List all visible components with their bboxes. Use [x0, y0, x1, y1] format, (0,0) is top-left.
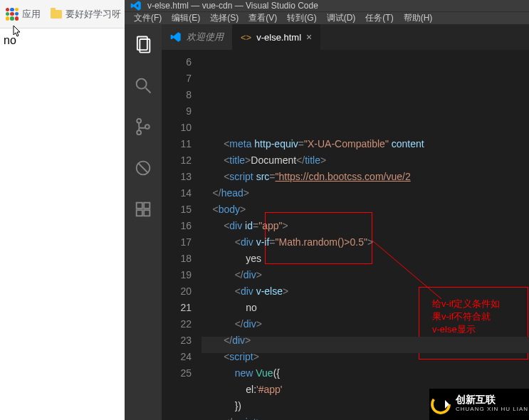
code-pane[interactable]: 678910111213141516171819202122232425 <me…	[162, 50, 529, 420]
svg-rect-10	[144, 203, 150, 209]
activity-bar	[125, 24, 162, 420]
menu-help[interactable]: 帮助(H)	[399, 12, 438, 24]
editor-area: 欢迎使用 <> v-else.html × 678910111213141516…	[162, 24, 529, 420]
search-icon[interactable]	[133, 75, 153, 98]
apps-grid-icon	[6, 8, 19, 21]
svg-line-8	[138, 163, 148, 173]
tab-active[interactable]: <> v-else.html ×	[232, 24, 320, 50]
source-control-icon[interactable]	[133, 117, 153, 140]
code-text[interactable]: <meta http-equiv="X-UA-Compatible" conte…	[201, 50, 529, 420]
output-text: no	[4, 34, 16, 46]
menu-tasks[interactable]: 任务(T)	[360, 12, 398, 24]
svg-line-3	[146, 88, 151, 93]
tab-welcome[interactable]: 欢迎使用	[162, 24, 232, 50]
vscode-body: 欢迎使用 <> v-else.html × 678910111213141516…	[125, 24, 529, 420]
bookmark-label: 要好好学习呀	[66, 8, 121, 21]
chrome-apps-button[interactable]: 应用	[6, 8, 41, 21]
line-gutter: 678910111213141516171819202122232425	[162, 50, 201, 420]
tab-welcome-label: 欢迎使用	[187, 31, 224, 43]
menu-edit[interactable]: 编辑(E)	[167, 12, 205, 24]
svg-rect-9	[137, 203, 142, 209]
menu-view[interactable]: 查看(V)	[243, 12, 282, 24]
tab-row: 欢迎使用 <> v-else.html ×	[162, 24, 529, 50]
folder-icon	[51, 10, 62, 19]
vscode-tab-icon	[170, 31, 182, 43]
menu-file[interactable]: 文件(F)	[129, 12, 167, 24]
apps-label: 应用	[22, 8, 41, 21]
menu-goto[interactable]: 转到(G)	[282, 12, 321, 24]
html-file-icon: <>	[241, 32, 251, 43]
menu-select[interactable]: 选择(S)	[205, 12, 243, 24]
vscode-window: v-else.html — vue-cdn — Visual Studio Co…	[125, 0, 529, 420]
vscode-logo-icon	[130, 0, 142, 11]
tab-active-label: v-else.html	[256, 32, 301, 43]
svg-rect-11	[137, 210, 142, 216]
extensions-icon[interactable]	[133, 199, 153, 222]
bookmark-folder[interactable]: 要好好学习呀	[51, 8, 121, 21]
svg-point-4	[137, 119, 141, 123]
explorer-icon[interactable]	[133, 34, 153, 57]
svg-point-5	[137, 130, 141, 135]
vscode-title-text: v-else.html — vue-cdn — Visual Studio Co…	[147, 1, 318, 11]
svg-point-6	[145, 125, 150, 129]
vscode-menubar: 文件(F) 编辑(E) 选择(S) 查看(V) 转到(G) 调试(D) 任务(T…	[125, 11, 529, 24]
svg-point-2	[137, 79, 147, 89]
rendered-output: no	[4, 34, 16, 47]
debug-icon[interactable]	[133, 158, 153, 181]
svg-rect-12	[144, 210, 150, 216]
vscode-titlebar[interactable]: v-else.html — vue-cdn — Visual Studio Co…	[125, 0, 529, 11]
close-icon[interactable]: ×	[306, 31, 312, 43]
menu-debug[interactable]: 调试(D)	[322, 12, 361, 24]
